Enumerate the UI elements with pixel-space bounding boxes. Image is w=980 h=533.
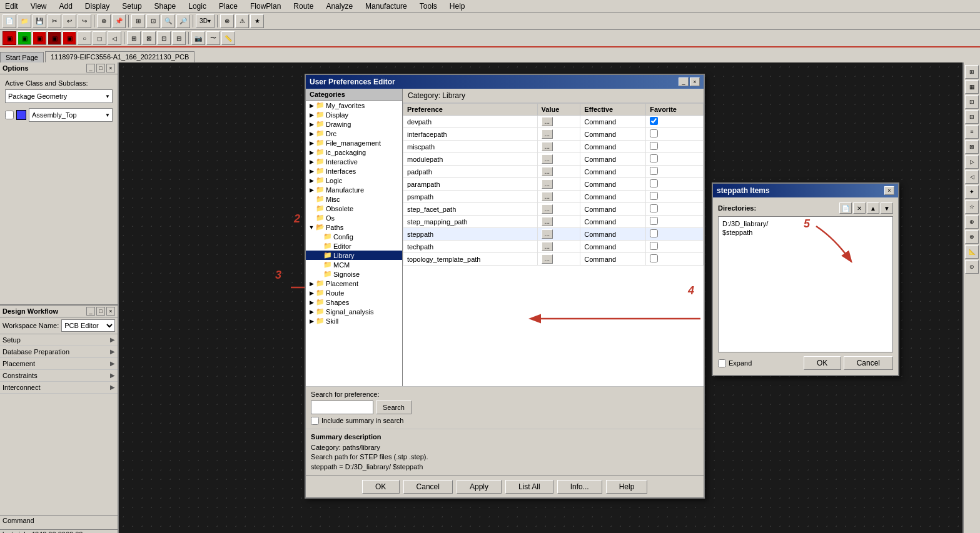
steppath-ok-btn[interactable]: OK <box>804 356 841 370</box>
tree-drc[interactable]: ▶ 📁 Drc <box>306 129 402 138</box>
tb-zoom-in[interactable]: 🔍 <box>161 14 175 28</box>
tree-skill[interactable]: ▶ 📁 Skill <box>306 316 402 326</box>
tb-undo[interactable]: ↩ <box>63 14 76 28</box>
tree-my-favorites[interactable]: ▶ 📁 My_favorites <box>306 101 402 110</box>
upref-close[interactable]: × <box>690 77 700 86</box>
tb2-8[interactable]: ◁ <box>108 31 121 45</box>
tb-zoom-fit[interactable]: ⊡ <box>146 14 160 28</box>
tree-obsolete[interactable]: 📁 Obsolete <box>306 204 402 213</box>
tb-push[interactable]: 📌 <box>112 14 126 28</box>
rt-btn12[interactable]: ⊗ <box>965 230 979 244</box>
options-restore[interactable]: □ <box>96 64 105 72</box>
rt-btn4[interactable]: ⊟ <box>965 110 979 124</box>
menu-setup[interactable]: Setup <box>119 1 144 12</box>
tb2-12[interactable]: ⊟ <box>172 31 186 45</box>
tree-drawing[interactable]: ▶ 📁 Drawing <box>306 119 402 129</box>
tree-logic[interactable]: ▶ 📁 Logic <box>306 176 402 185</box>
menu-view[interactable]: View <box>28 1 49 12</box>
ellipsis-padpath[interactable]: ... <box>542 167 553 176</box>
fav-check-psmpath[interactable] <box>650 192 658 200</box>
menu-manufacture[interactable]: Manufacture <box>363 1 410 12</box>
rt-btn5[interactable]: ≡ <box>965 125 979 139</box>
tb-save[interactable]: 💾 <box>33 14 46 28</box>
ellipsis-parampath[interactable]: ... <box>542 179 553 189</box>
fav-check-padpath[interactable] <box>650 167 658 175</box>
tab-start[interactable]: Start Page <box>0 52 44 62</box>
workflow-db-prep[interactable]: Database Preparation ▶ <box>0 346 118 358</box>
steppath-cancel-btn[interactable]: Cancel <box>844 356 893 370</box>
ellipsis-miscpath[interactable]: ... <box>542 142 553 151</box>
subclass-checkbox[interactable] <box>5 111 14 119</box>
rt-btn8[interactable]: ◁ <box>965 170 979 184</box>
ellipsis-modulepath[interactable]: ... <box>542 154 553 164</box>
upref-cancel-button[interactable]: Cancel <box>403 480 453 494</box>
tree-manufacture[interactable]: ▶ 📁 Manufacture <box>306 185 402 194</box>
workflow-constraints[interactable]: Constraints ▶ <box>0 370 118 382</box>
class-dropdown[interactable]: Package Geometry <box>5 89 113 103</box>
rt-btn7[interactable]: ▷ <box>965 155 979 169</box>
upref-ok-button[interactable]: OK <box>362 480 400 494</box>
search-input[interactable] <box>311 401 373 414</box>
rt-btn11[interactable]: ⊕ <box>965 215 979 229</box>
upref-dialog[interactable]: User Preferences Editor _ × Categories ▶ <box>305 74 705 499</box>
menu-display[interactable]: Display <box>83 1 112 12</box>
tree-os[interactable]: 📁 Os <box>306 213 402 222</box>
fav-check-modulepath[interactable] <box>650 154 658 162</box>
fav-check-miscpath[interactable] <box>650 142 658 150</box>
rt-btn14[interactable]: ⊙ <box>965 260 979 274</box>
options-close[interactable]: × <box>106 64 115 72</box>
search-button[interactable]: Search <box>376 401 412 414</box>
tb-ratsnest[interactable]: ⊗ <box>220 14 234 28</box>
steppath-close[interactable]: × <box>884 186 894 195</box>
tree-shapes[interactable]: ▶ 📁 Shapes <box>306 297 402 307</box>
ellipsis-step-mapping-path[interactable]: ... <box>542 217 553 226</box>
tree-interactive[interactable]: ▶ 📁 Interactive <box>306 157 402 166</box>
tb-select[interactable]: ⊕ <box>97 14 111 28</box>
fav-check-topology-template-path[interactable] <box>650 254 658 262</box>
menu-add[interactable]: Add <box>56 1 74 12</box>
tb2-3[interactable]: ▣ <box>33 31 46 45</box>
menu-help[interactable]: Help <box>447 1 468 12</box>
tree-misc[interactable]: 📁 Misc <box>306 194 402 204</box>
tree-route[interactable]: ▶ 📁 Route <box>306 288 402 297</box>
tb2-5[interactable]: ▣ <box>63 31 76 45</box>
dir-delete-btn[interactable]: ✕ <box>853 202 866 214</box>
tb-highlight[interactable]: ★ <box>250 14 264 28</box>
fav-check-parampath[interactable] <box>650 179 658 187</box>
workflow-minimize[interactable]: _ <box>86 307 95 316</box>
menu-analyze[interactable]: Analyze <box>323 1 355 12</box>
workspace-dropdown[interactable]: PCB Editor <box>61 319 115 332</box>
tree-lc-packaging[interactable]: ▶ 📁 lc_packaging <box>306 147 402 157</box>
tb2-camera[interactable]: 📷 <box>191 31 205 45</box>
tree-signal-analysis[interactable]: ▶ 📁 Signal_analysis <box>306 307 402 316</box>
tb-drc[interactable]: ⚠ <box>235 14 249 28</box>
fav-check-devpath[interactable] <box>650 117 658 125</box>
tree-placement[interactable]: ▶ 📁 Placement <box>306 279 402 288</box>
ellipsis-devpath[interactable]: ... <box>542 117 553 126</box>
tree-config[interactable]: 📁 Config <box>306 232 402 241</box>
dir-up-btn[interactable]: ▲ <box>867 202 879 214</box>
tb-3d[interactable]: 3D▾ <box>196 14 215 28</box>
upref-info-button[interactable]: Info... <box>557 480 602 494</box>
tb2-1[interactable]: ▣ <box>3 31 16 45</box>
rt-btn1[interactable]: ⊞ <box>965 65 979 79</box>
dir-new-btn[interactable]: 📄 <box>839 202 852 214</box>
rt-btn10[interactable]: ☆ <box>965 200 979 214</box>
rt-btn9[interactable]: ✦ <box>965 185 979 199</box>
tb2-2[interactable]: ▣ <box>18 31 31 45</box>
tree-interfaces[interactable]: ▶ 📁 Interfaces <box>306 166 402 176</box>
tree-paths[interactable]: ▼ 📂 Paths <box>306 222 402 232</box>
tb2-11[interactable]: ⊡ <box>157 31 171 45</box>
tb2-6[interactable]: ○ <box>78 31 91 45</box>
workflow-setup[interactable]: Setup ▶ <box>0 334 118 346</box>
fav-check-interfacepath[interactable] <box>650 129 658 137</box>
menu-shape[interactable]: Shape <box>152 1 179 12</box>
tb2-10[interactable]: ⊠ <box>142 31 156 45</box>
rt-btn6[interactable]: ⊠ <box>965 140 979 154</box>
fav-check-step-mapping-path[interactable] <box>650 217 658 225</box>
tb-new[interactable]: 📄 <box>3 14 16 28</box>
rt-btn3[interactable]: ⊡ <box>965 95 979 109</box>
expand-checkbox[interactable] <box>718 359 726 367</box>
tree-mcm[interactable]: 📁 MCM <box>306 260 402 269</box>
tb-zoom-out[interactable]: 🔎 <box>176 14 190 28</box>
